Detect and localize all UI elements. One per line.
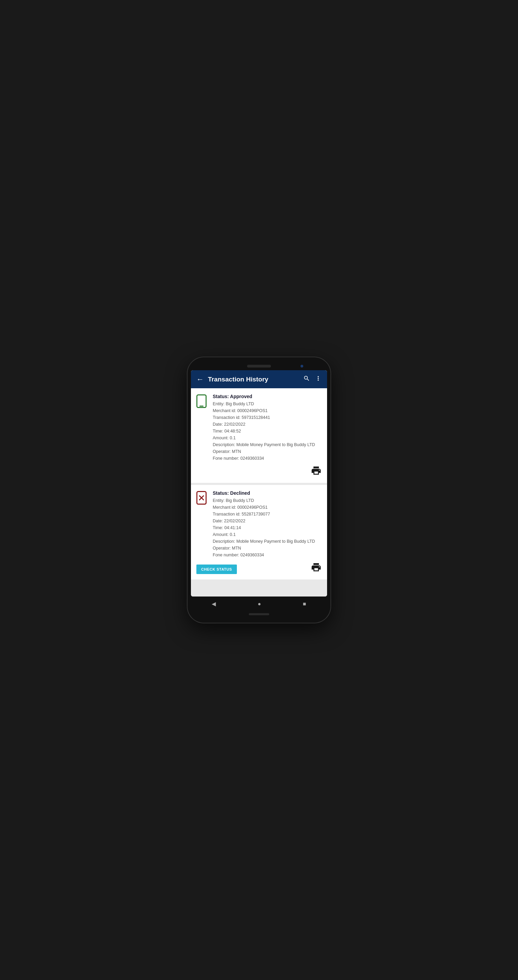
phone-top-bar xyxy=(191,363,327,370)
check-status-button[interactable]: CHECK STATUS xyxy=(196,565,237,574)
speaker xyxy=(247,365,271,368)
more-options-icon[interactable] xyxy=(315,375,322,383)
svg-rect-1 xyxy=(199,406,204,407)
time-declined: Time: 04:41:14 xyxy=(213,524,322,531)
amount-approved: Amount: 0.1 xyxy=(213,434,322,441)
amount-declined: Amount: 0.1 xyxy=(213,531,322,538)
phone-frame: ← Transaction History xyxy=(188,357,330,623)
nav-recent-button[interactable]: ■ xyxy=(298,600,312,608)
header-actions xyxy=(303,375,322,383)
camera-dot xyxy=(301,365,303,368)
description-declined: Description: Mobile Money Payment to Big… xyxy=(213,538,322,545)
bottom-nav: ◀ ● ■ xyxy=(191,597,327,611)
print-icon-declined[interactable] xyxy=(311,562,322,574)
operator-declined: Operator: MTN xyxy=(213,545,322,552)
svg-rect-0 xyxy=(197,395,206,408)
merchant-approved: Merchant id: 00002496POS1 xyxy=(213,407,322,414)
description-approved: Description: Mobile Money Payment to Big… xyxy=(213,441,322,448)
transaction-card-declined: Status: Declined Entity: Big Buddy LTD M… xyxy=(191,485,327,579)
operator-approved: Operator: MTN xyxy=(213,448,322,455)
merchant-declined: Merchant id: 00002496POS1 xyxy=(213,504,322,511)
entity-approved: Entity: Big Buddy LTD xyxy=(213,401,322,407)
date-approved: Date: 22/02/2022 xyxy=(213,421,322,428)
entity-declined: Entity: Big Buddy LTD xyxy=(213,497,322,504)
print-icon-approved[interactable] xyxy=(311,465,322,477)
status-declined: Status: Declined xyxy=(213,490,322,496)
transaction-footer-approved xyxy=(196,465,322,477)
transaction-icon-declined xyxy=(196,491,209,558)
status-approved: Status: Approved xyxy=(213,394,322,399)
transaction-icon-approved xyxy=(196,395,209,462)
phone-declined: Fone number: 0249360334 xyxy=(213,552,322,558)
date-declined: Date: 22/02/2022 xyxy=(213,517,322,524)
app-header: ← Transaction History xyxy=(191,370,327,388)
transaction-footer-declined: CHECK STATUS xyxy=(196,562,322,574)
bottom-speaker xyxy=(249,613,269,615)
transaction-details-declined: Status: Declined Entity: Big Buddy LTD M… xyxy=(213,490,322,558)
search-icon[interactable] xyxy=(303,375,310,383)
phone-screen: ← Transaction History xyxy=(191,370,327,597)
txid-approved: Transaction id: 597315128441 xyxy=(213,414,322,421)
phone-approved: Fone number: 0249360334 xyxy=(213,455,322,462)
nav-home-button[interactable]: ● xyxy=(252,600,266,608)
back-button[interactable]: ← xyxy=(196,375,204,383)
transaction-card-approved: Status: Approved Entity: Big Buddy LTD M… xyxy=(191,388,327,483)
page-title: Transaction History xyxy=(208,375,299,383)
nav-back-button[interactable]: ◀ xyxy=(206,599,221,608)
empty-area xyxy=(191,582,327,597)
content-area: Status: Approved Entity: Big Buddy LTD M… xyxy=(191,388,327,597)
time-approved: Time: 04:48:52 xyxy=(213,428,322,434)
transaction-details-approved: Status: Approved Entity: Big Buddy LTD M… xyxy=(213,394,322,462)
phone-bottom-bar xyxy=(191,611,327,617)
txid-declined: Transaction id: 552871739077 xyxy=(213,511,322,517)
